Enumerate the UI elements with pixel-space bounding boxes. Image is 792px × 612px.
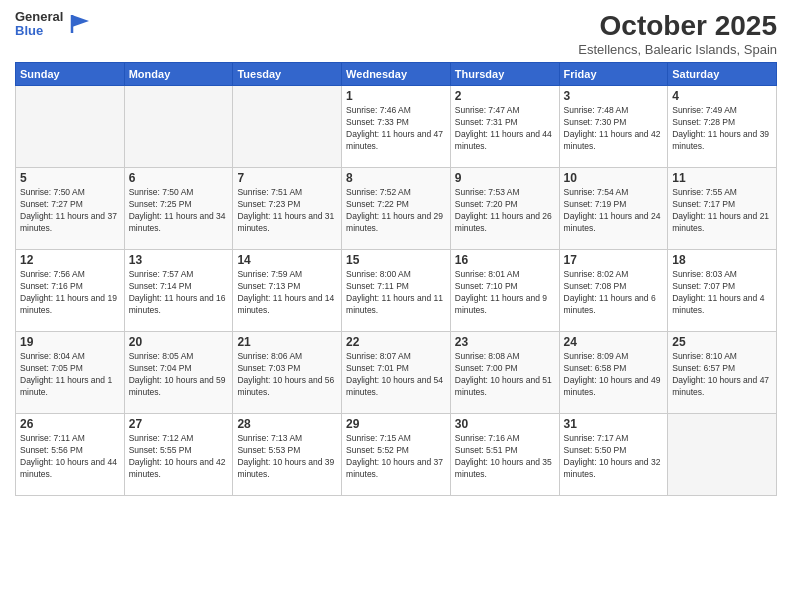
- day-info: Sunrise: 8:04 AMSunset: 7:05 PMDaylight:…: [20, 351, 120, 399]
- calendar-cell: 13Sunrise: 7:57 AMSunset: 7:14 PMDayligh…: [124, 250, 233, 332]
- day-number: 29: [346, 417, 446, 431]
- day-info: Sunrise: 7:52 AMSunset: 7:22 PMDaylight:…: [346, 187, 446, 235]
- day-number: 19: [20, 335, 120, 349]
- calendar-cell: 4Sunrise: 7:49 AMSunset: 7:28 PMDaylight…: [668, 86, 777, 168]
- calendar-cell: 18Sunrise: 8:03 AMSunset: 7:07 PMDayligh…: [668, 250, 777, 332]
- header-monday: Monday: [124, 63, 233, 86]
- day-number: 23: [455, 335, 555, 349]
- day-info: Sunrise: 7:46 AMSunset: 7:33 PMDaylight:…: [346, 105, 446, 153]
- day-info: Sunrise: 7:50 AMSunset: 7:25 PMDaylight:…: [129, 187, 229, 235]
- day-info: Sunrise: 7:15 AMSunset: 5:52 PMDaylight:…: [346, 433, 446, 481]
- day-number: 6: [129, 171, 229, 185]
- day-info: Sunrise: 7:55 AMSunset: 7:17 PMDaylight:…: [672, 187, 772, 235]
- header-tuesday: Tuesday: [233, 63, 342, 86]
- day-info: Sunrise: 8:01 AMSunset: 7:10 PMDaylight:…: [455, 269, 555, 317]
- day-number: 13: [129, 253, 229, 267]
- day-number: 20: [129, 335, 229, 349]
- day-info: Sunrise: 8:00 AMSunset: 7:11 PMDaylight:…: [346, 269, 446, 317]
- calendar-cell: 26Sunrise: 7:11 AMSunset: 5:56 PMDayligh…: [16, 414, 125, 496]
- logo: General Blue: [15, 10, 91, 39]
- day-number: 1: [346, 89, 446, 103]
- day-number: 18: [672, 253, 772, 267]
- day-info: Sunrise: 7:50 AMSunset: 7:27 PMDaylight:…: [20, 187, 120, 235]
- calendar-cell: 25Sunrise: 8:10 AMSunset: 6:57 PMDayligh…: [668, 332, 777, 414]
- header: General Blue October 2025 Estellencs, Ba…: [15, 10, 777, 57]
- day-info: Sunrise: 8:09 AMSunset: 6:58 PMDaylight:…: [564, 351, 664, 399]
- title-block: October 2025 Estellencs, Balearic Island…: [578, 10, 777, 57]
- calendar-cell: 29Sunrise: 7:15 AMSunset: 5:52 PMDayligh…: [342, 414, 451, 496]
- page-container: General Blue October 2025 Estellencs, Ba…: [0, 0, 792, 506]
- day-number: 28: [237, 417, 337, 431]
- week-row-1: 1Sunrise: 7:46 AMSunset: 7:33 PMDaylight…: [16, 86, 777, 168]
- location-title: Estellencs, Balearic Islands, Spain: [578, 42, 777, 57]
- day-info: Sunrise: 7:11 AMSunset: 5:56 PMDaylight:…: [20, 433, 120, 481]
- calendar-cell: 10Sunrise: 7:54 AMSunset: 7:19 PMDayligh…: [559, 168, 668, 250]
- calendar-cell: 11Sunrise: 7:55 AMSunset: 7:17 PMDayligh…: [668, 168, 777, 250]
- calendar-cell: 16Sunrise: 8:01 AMSunset: 7:10 PMDayligh…: [450, 250, 559, 332]
- day-number: 10: [564, 171, 664, 185]
- calendar-cell: [668, 414, 777, 496]
- day-number: 8: [346, 171, 446, 185]
- day-info: Sunrise: 8:02 AMSunset: 7:08 PMDaylight:…: [564, 269, 664, 317]
- calendar-cell: 15Sunrise: 8:00 AMSunset: 7:11 PMDayligh…: [342, 250, 451, 332]
- header-thursday: Thursday: [450, 63, 559, 86]
- day-number: 14: [237, 253, 337, 267]
- calendar-body: 1Sunrise: 7:46 AMSunset: 7:33 PMDaylight…: [16, 86, 777, 496]
- logo-general-text: General: [15, 10, 63, 24]
- day-number: 12: [20, 253, 120, 267]
- day-number: 30: [455, 417, 555, 431]
- day-info: Sunrise: 7:53 AMSunset: 7:20 PMDaylight:…: [455, 187, 555, 235]
- calendar-cell: 22Sunrise: 8:07 AMSunset: 7:01 PMDayligh…: [342, 332, 451, 414]
- day-number: 31: [564, 417, 664, 431]
- day-info: Sunrise: 7:48 AMSunset: 7:30 PMDaylight:…: [564, 105, 664, 153]
- calendar-cell: 5Sunrise: 7:50 AMSunset: 7:27 PMDaylight…: [16, 168, 125, 250]
- calendar-cell: 9Sunrise: 7:53 AMSunset: 7:20 PMDaylight…: [450, 168, 559, 250]
- calendar-cell: 14Sunrise: 7:59 AMSunset: 7:13 PMDayligh…: [233, 250, 342, 332]
- day-number: 2: [455, 89, 555, 103]
- day-number: 4: [672, 89, 772, 103]
- day-number: 7: [237, 171, 337, 185]
- day-info: Sunrise: 8:10 AMSunset: 6:57 PMDaylight:…: [672, 351, 772, 399]
- day-number: 21: [237, 335, 337, 349]
- day-number: 25: [672, 335, 772, 349]
- day-info: Sunrise: 7:59 AMSunset: 7:13 PMDaylight:…: [237, 269, 337, 317]
- day-number: 9: [455, 171, 555, 185]
- calendar-cell: 31Sunrise: 7:17 AMSunset: 5:50 PMDayligh…: [559, 414, 668, 496]
- day-info: Sunrise: 8:03 AMSunset: 7:07 PMDaylight:…: [672, 269, 772, 317]
- week-row-5: 26Sunrise: 7:11 AMSunset: 5:56 PMDayligh…: [16, 414, 777, 496]
- header-sunday: Sunday: [16, 63, 125, 86]
- calendar-cell: 24Sunrise: 8:09 AMSunset: 6:58 PMDayligh…: [559, 332, 668, 414]
- day-info: Sunrise: 7:57 AMSunset: 7:14 PMDaylight:…: [129, 269, 229, 317]
- calendar-cell: 19Sunrise: 8:04 AMSunset: 7:05 PMDayligh…: [16, 332, 125, 414]
- day-info: Sunrise: 8:07 AMSunset: 7:01 PMDaylight:…: [346, 351, 446, 399]
- day-info: Sunrise: 8:05 AMSunset: 7:04 PMDaylight:…: [129, 351, 229, 399]
- month-title: October 2025: [578, 10, 777, 42]
- calendar-cell: 8Sunrise: 7:52 AMSunset: 7:22 PMDaylight…: [342, 168, 451, 250]
- day-number: 27: [129, 417, 229, 431]
- day-info: Sunrise: 7:16 AMSunset: 5:51 PMDaylight:…: [455, 433, 555, 481]
- day-number: 5: [20, 171, 120, 185]
- day-info: Sunrise: 7:51 AMSunset: 7:23 PMDaylight:…: [237, 187, 337, 235]
- day-info: Sunrise: 7:12 AMSunset: 5:55 PMDaylight:…: [129, 433, 229, 481]
- logo-flag-icon: [69, 13, 91, 35]
- calendar-cell: 30Sunrise: 7:16 AMSunset: 5:51 PMDayligh…: [450, 414, 559, 496]
- day-number: 26: [20, 417, 120, 431]
- calendar-table: Sunday Monday Tuesday Wednesday Thursday…: [15, 62, 777, 496]
- calendar-cell: 2Sunrise: 7:47 AMSunset: 7:31 PMDaylight…: [450, 86, 559, 168]
- day-number: 3: [564, 89, 664, 103]
- calendar-cell: 6Sunrise: 7:50 AMSunset: 7:25 PMDaylight…: [124, 168, 233, 250]
- svg-marker-1: [72, 15, 89, 27]
- calendar-cell: 23Sunrise: 8:08 AMSunset: 7:00 PMDayligh…: [450, 332, 559, 414]
- day-info: Sunrise: 7:54 AMSunset: 7:19 PMDaylight:…: [564, 187, 664, 235]
- day-info: Sunrise: 7:49 AMSunset: 7:28 PMDaylight:…: [672, 105, 772, 153]
- calendar-cell: 28Sunrise: 7:13 AMSunset: 5:53 PMDayligh…: [233, 414, 342, 496]
- calendar-cell: 21Sunrise: 8:06 AMSunset: 7:03 PMDayligh…: [233, 332, 342, 414]
- day-number: 11: [672, 171, 772, 185]
- week-row-3: 12Sunrise: 7:56 AMSunset: 7:16 PMDayligh…: [16, 250, 777, 332]
- week-row-4: 19Sunrise: 8:04 AMSunset: 7:05 PMDayligh…: [16, 332, 777, 414]
- weekday-header-row: Sunday Monday Tuesday Wednesday Thursday…: [16, 63, 777, 86]
- day-number: 24: [564, 335, 664, 349]
- day-info: Sunrise: 7:47 AMSunset: 7:31 PMDaylight:…: [455, 105, 555, 153]
- day-info: Sunrise: 7:13 AMSunset: 5:53 PMDaylight:…: [237, 433, 337, 481]
- day-number: 22: [346, 335, 446, 349]
